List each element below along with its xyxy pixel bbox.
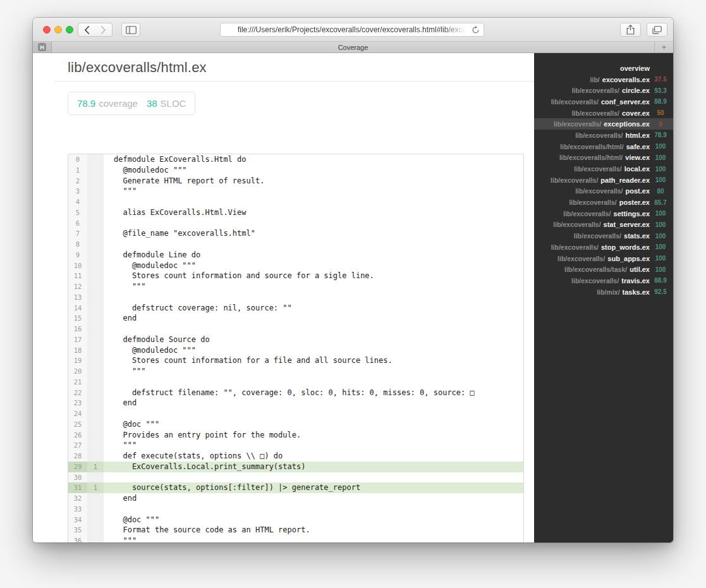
source-text: defmodule Line do [104,250,523,260]
coverage-percent: 88.9 [651,277,670,284]
sloc-value: 38 [147,98,157,109]
source-text: defmodule ExCoveralls.Html do [104,154,523,165]
hit-count [87,250,104,260]
code-line-24: 24 [68,408,523,419]
zoom-window-button[interactable] [66,26,73,34]
sidebar-item-cover.ex[interactable]: lib/excoveralls/cover.ex50 [534,107,673,119]
coverage-percent: 100 [651,243,670,250]
source-text: alias ExCoveralls.Html.View [104,207,523,218]
code-line-16: 16 [68,324,523,334]
tab-coverage[interactable]: Coverage [52,42,654,52]
sidebar-item-conf_server.ex[interactable]: lib/excoveralls/conf_server.ex88.9 [534,96,673,107]
file-dir: lib/excoveralls/ [572,109,619,117]
line-number: 5 [68,207,87,218]
hit-count [87,398,104,408]
sidebar-item-stop_words.ex[interactable]: lib/excoveralls/stop_words.ex100 [534,242,673,253]
hit-count [87,345,104,356]
code-line-12: 12 """ [68,281,523,292]
hit-count [87,292,104,303]
coverage-percent: 100 [651,210,670,217]
tab-title: Coverage [338,44,368,51]
sidebar-item-tasks.ex[interactable]: lib/mix/tasks.ex92.5 [534,286,673,298]
file-dir: lib/excoveralls/ [551,176,598,184]
code-line-27: 27 """ [68,440,523,451]
sidebar-item-overview[interactable]: overview [534,63,673,74]
file-name: exceptions.ex [604,120,650,128]
line-number: 19 [68,355,87,366]
back-button[interactable] [78,23,95,37]
line-number: 20 [68,366,87,377]
sidebar-item-path_reader.ex[interactable]: lib/excoveralls/path_reader.ex100 [534,175,673,186]
line-number: 9 [68,250,87,260]
sidebar-item-local.ex[interactable]: lib/excoveralls/local.ex100 [534,163,673,175]
sidebar-item-post.ex[interactable]: lib/excoveralls/post.ex80 [534,186,673,197]
sidebar-item-html.ex[interactable]: lib/excoveralls/html.ex78.9 [534,130,673,141]
sidebar-panel-icon [126,26,137,34]
sidebar-item-excoveralls.ex[interactable]: lib/excoveralls.ex37.5 [534,74,673,85]
file-name: stat_server.ex [604,221,650,228]
sidebar-item-sub_apps.ex[interactable]: lib/excoveralls/sub_apps.ex100 [534,253,673,264]
hit-count [87,334,104,345]
sidebar-item-settings.ex[interactable]: lib/excoveralls/settings.ex100 [534,208,673,219]
file-name: settings.ex [614,210,650,217]
sidebar-item-circle.ex[interactable]: lib/excoveralls/circle.ex93.3 [534,85,673,96]
file-list: overviewlib/excoveralls.ex37.5lib/excove… [534,63,673,297]
source-text: ExCoveralls.Local.print_summary(stats) [104,462,523,472]
code-line-10: 10 @moduledoc """ [68,260,523,271]
code-line-5: 5 alias ExCoveralls.Html.View [68,207,523,218]
code-line-26: 26 Provides an entry point for the modul… [68,430,523,441]
hit-count [87,536,104,542]
file-name: tasks.ex [623,288,650,296]
close-window-button[interactable] [43,26,51,34]
share-button[interactable] [620,23,641,37]
source-text: defmodule Source do [104,334,523,345]
source-text: defstruct coverage: nil, source: "" [104,303,523,314]
code-line-17: 17 defmodule Source do [68,334,523,345]
pinned-tab[interactable]: H [33,42,52,52]
line-number: 2 [68,176,87,187]
title-section: lib/excoveralls/html.ex [54,59,534,82]
sidebar-item-poster.ex[interactable]: lib/excoveralls/poster.ex85.7 [534,197,673,208]
file-name: safe.ex [626,143,650,150]
source-text: """ [104,281,523,292]
file-dir: lib/excoveralls/ [571,277,619,285]
sidebar-item-view.ex[interactable]: lib/excoveralls/html/view.ex100 [534,152,673,164]
line-number: 17 [68,334,87,345]
sidebar-item-stats.ex[interactable]: lib/excoveralls/stats.ex100 [534,230,673,242]
sidebar-item-travis.ex[interactable]: lib/excoveralls/travis.ex88.9 [534,275,673,286]
file-list-sidebar: overviewlib/excoveralls.ex37.5lib/excove… [534,53,673,542]
hit-count [87,176,104,187]
hit-count [87,525,104,536]
hit-count [87,271,104,281]
address-bar[interactable]: file:///Users/erik/Projects/excoveralls/… [220,23,484,37]
sidebar-item-stat_server.ex[interactable]: lib/excoveralls/stat_server.ex100 [534,219,673,231]
file-dir: lib/excoveralls/ [553,221,600,228]
sidebar-item-safe.ex[interactable]: lib/excoveralls/html/safe.ex100 [534,141,673,152]
code-line-3: 3 """ [68,186,523,197]
sidebar-toggle-button[interactable] [121,23,140,37]
pinned-tab-favicon: H [38,43,46,51]
coverage-percent: 0 [651,121,670,128]
show-all-tabs-button[interactable] [647,23,667,37]
source-text: @moduledoc """ [104,260,523,271]
hit-count [87,186,104,197]
new-tab-button[interactable]: + [654,42,673,52]
line-number: 33 [68,504,87,515]
code-line-19: 19 Stores count information for a file a… [68,355,523,366]
line-number: 1 [68,165,87,176]
reload-icon[interactable] [472,26,480,34]
file-dir: lib/excoveralls/ [569,199,616,206]
minimize-window-button[interactable] [54,26,62,34]
safari-window: file:///Users/erik/Projects/excoveralls/… [33,18,673,542]
hit-count [87,239,104,250]
hit-count [87,515,104,525]
sidebar-item-exceptions.ex[interactable]: lib/excoveralls/exceptions.ex0 [534,118,673,130]
tab-bar: H Coverage + [33,42,673,53]
share-icon [626,25,635,35]
line-number: 3 [68,186,87,197]
forward-button[interactable] [95,23,113,37]
coverage-percent: 50 [651,109,670,116]
sidebar-item-util.ex[interactable]: lib/excoveralls/task/util.ex100 [534,264,673,275]
line-number: 23 [68,398,87,408]
file-name: conf_server.ex [601,98,650,106]
